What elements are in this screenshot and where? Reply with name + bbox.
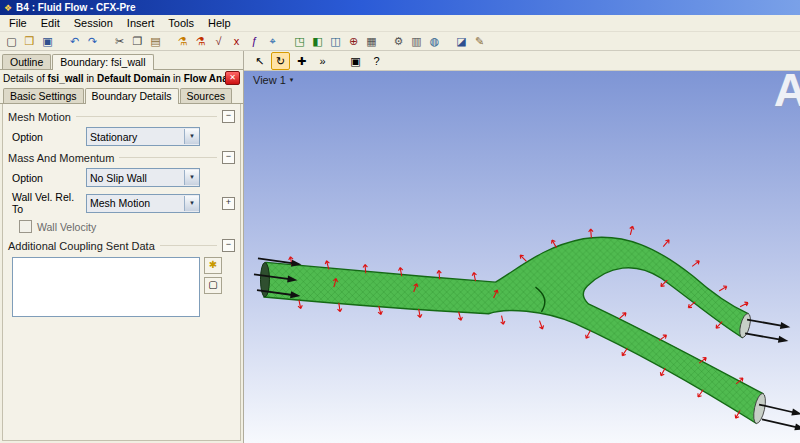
selected-value: No Slip Wall bbox=[87, 172, 184, 184]
option-label: Option bbox=[12, 131, 86, 143]
undo-icon[interactable]: ↶ bbox=[66, 34, 83, 49]
initialization-icon[interactable]: ◍ bbox=[426, 34, 443, 49]
menu-help[interactable]: Help bbox=[201, 16, 238, 30]
coupling-data-listbox[interactable] bbox=[12, 257, 200, 317]
viewer-column: ↖ ↻ ✚ » ▣ ? bbox=[244, 51, 800, 443]
collapse-toggle-icon[interactable]: − bbox=[222, 151, 235, 164]
save-case-icon[interactable]: ▣ bbox=[39, 34, 56, 49]
section-mass-and-momentum: Mass And Momentum − bbox=[3, 148, 240, 166]
tab-sources[interactable]: Sources bbox=[180, 88, 233, 103]
rotate-tool-icon[interactable]: ↻ bbox=[271, 52, 290, 70]
coordinate-frame-icon[interactable]: ⌖ bbox=[264, 34, 281, 49]
collapse-toggle-icon[interactable]: − bbox=[222, 110, 235, 123]
details-panel: Outline Boundary: fsi_wall Details of fs… bbox=[0, 51, 244, 443]
open-case-icon[interactable]: ❒ bbox=[21, 34, 38, 49]
chart-icon[interactable]: ◪ bbox=[453, 34, 470, 49]
chevron-down-icon: ▾ bbox=[290, 76, 294, 84]
chevron-down-icon[interactable]: ▼ bbox=[184, 170, 199, 185]
content-area: Outline Boundary: fsi_wall Details of fs… bbox=[0, 51, 800, 443]
wall-vel-rel-to-label: Wall Vel. Rel. To bbox=[12, 191, 86, 215]
wall-velocity-relative-row: Wall Vel. Rel. To Mesh Motion ▼ + bbox=[3, 189, 240, 217]
ansys-logo: A bbox=[774, 71, 800, 117]
divider bbox=[160, 245, 217, 246]
mass-momentum-option-select[interactable]: No Slip Wall ▼ bbox=[86, 168, 200, 187]
details-prefix: Details of bbox=[3, 73, 47, 84]
listbox-buttons: ✱ ▢ bbox=[204, 257, 222, 294]
help-tool-icon[interactable]: ? bbox=[367, 52, 386, 70]
mesh-adaption-icon[interactable]: ▦ bbox=[363, 34, 380, 49]
cut-icon[interactable]: ✂ bbox=[111, 34, 128, 49]
wall-vel-rel-to-select[interactable]: Mesh Motion ▼ bbox=[86, 194, 200, 213]
selected-value: Mesh Motion bbox=[87, 197, 184, 209]
boundary-name: fsi_wall bbox=[47, 73, 83, 84]
analysis-name: Flow Analysis 1 bbox=[184, 73, 225, 84]
menu-file[interactable]: File bbox=[2, 16, 34, 30]
main-toolbar: ▢❒▣↶↷✂❐▤⚗⚗√xƒ⌖◳◧◫⊕▦⚙▥◍◪✎ bbox=[0, 32, 800, 51]
reaction-icon[interactable]: ⚗ bbox=[192, 34, 209, 49]
menu-tools[interactable]: Tools bbox=[161, 16, 201, 30]
section-title: Additional Coupling Sent Data bbox=[8, 240, 155, 252]
pan-tool-icon[interactable]: ✚ bbox=[292, 52, 311, 70]
domain-name: Default Domain bbox=[97, 73, 170, 84]
details-in: in bbox=[84, 73, 97, 84]
menu-session[interactable]: Session bbox=[67, 16, 120, 30]
new-case-icon[interactable]: ▢ bbox=[3, 34, 20, 49]
copy-icon[interactable]: ❐ bbox=[129, 34, 146, 49]
wall-velocity-row: Wall Velocity bbox=[3, 217, 240, 236]
material-icon[interactable]: ⚗ bbox=[174, 34, 191, 49]
paste-icon[interactable]: ▤ bbox=[147, 34, 164, 49]
boundary-details-form: Mesh Motion − Option Stationary ▼ Mass A… bbox=[2, 104, 241, 441]
option-label: Option bbox=[12, 172, 86, 184]
menu-insert[interactable]: Insert bbox=[120, 16, 162, 30]
additional-variable-icon[interactable]: x bbox=[228, 34, 245, 49]
settings-tabs: Basic Settings Boundary Details Sources bbox=[0, 86, 243, 104]
wall-velocity-label: Wall Velocity bbox=[37, 221, 96, 233]
mass-momentum-option-row: Option No Slip Wall ▼ bbox=[3, 166, 240, 189]
menu-edit[interactable]: Edit bbox=[34, 16, 67, 30]
chevron-down-icon[interactable]: ▼ bbox=[184, 196, 199, 211]
section-mesh-motion: Mesh Motion − bbox=[3, 107, 240, 125]
chevron-down-icon[interactable]: ▼ bbox=[184, 129, 199, 144]
user-function-icon[interactable]: ƒ bbox=[246, 34, 263, 49]
view-tab[interactable]: View 1 ▾ bbox=[253, 74, 293, 86]
panel-tabs: Outline Boundary: fsi_wall bbox=[0, 51, 243, 70]
domain-interface-icon[interactable]: ◫ bbox=[327, 34, 344, 49]
tab-boundary-fsi-wall[interactable]: Boundary: fsi_wall bbox=[52, 54, 153, 70]
section-additional-coupling-sent-data: Additional Coupling Sent Data − bbox=[3, 236, 240, 254]
viewer-toolbar: ↖ ↻ ✚ » ▣ ? bbox=[244, 51, 800, 71]
redo-icon[interactable]: ↷ bbox=[84, 34, 101, 49]
mesh-motion-option-select[interactable]: Stationary ▼ bbox=[86, 127, 200, 146]
tab-basic-settings[interactable]: Basic Settings bbox=[3, 88, 84, 103]
window-title: B4 : Fluid Flow - CFX-Pre bbox=[16, 2, 135, 13]
add-coupling-data-button[interactable]: ✱ bbox=[204, 257, 222, 274]
divider bbox=[119, 157, 217, 158]
output-control-icon[interactable]: ▥ bbox=[408, 34, 425, 49]
domain-icon[interactable]: ◳ bbox=[291, 34, 308, 49]
expand-toggle-icon[interactable]: + bbox=[222, 197, 235, 210]
details-in: in bbox=[170, 73, 183, 84]
boundary-icon[interactable]: ◧ bbox=[309, 34, 326, 49]
section-title: Mesh Motion bbox=[8, 111, 71, 123]
section-title: Mass And Momentum bbox=[8, 152, 114, 164]
close-editor-button[interactable]: ✕ bbox=[225, 71, 240, 85]
app-icon: ❖ bbox=[4, 3, 12, 13]
comment-icon[interactable]: ✎ bbox=[471, 34, 488, 49]
expression-icon[interactable]: √ bbox=[210, 34, 227, 49]
selected-value: Stationary bbox=[87, 131, 184, 143]
viewer-3d[interactable]: View 1 ▾ A bbox=[244, 71, 800, 443]
tab-boundary-details[interactable]: Boundary Details bbox=[85, 88, 179, 104]
probe-tool-icon[interactable]: ▣ bbox=[346, 52, 365, 70]
toolbar-overflow-icon[interactable]: » bbox=[313, 52, 332, 70]
menubar: FileEditSessionInsertToolsHelp bbox=[0, 15, 800, 32]
select-tool-icon[interactable]: ↖ bbox=[250, 52, 269, 70]
collapse-toggle-icon[interactable]: − bbox=[222, 239, 235, 252]
mesh-motion-option-row: Option Stationary ▼ bbox=[3, 125, 240, 148]
remove-coupling-data-button[interactable]: ▢ bbox=[204, 277, 222, 294]
view-tab-label: View 1 bbox=[253, 74, 286, 86]
wall-velocity-checkbox[interactable] bbox=[19, 220, 32, 233]
titlebar: ❖ B4 : Fluid Flow - CFX-Pre bbox=[0, 0, 800, 15]
solver-control-icon[interactable]: ⚙ bbox=[390, 34, 407, 49]
details-text: Details of fsi_wall in Default Domain in… bbox=[3, 73, 225, 84]
tab-outline[interactable]: Outline bbox=[2, 54, 51, 69]
source-point-icon[interactable]: ⊕ bbox=[345, 34, 362, 49]
